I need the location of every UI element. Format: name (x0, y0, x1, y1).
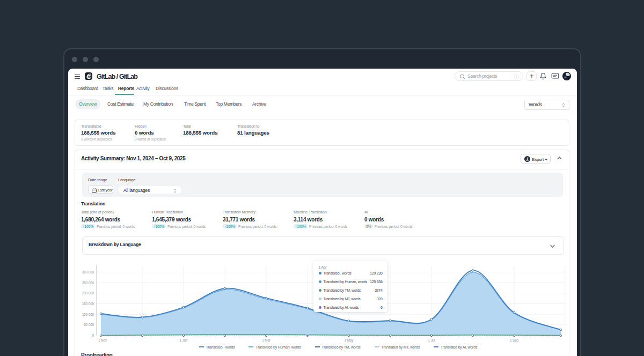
svg-text:1 Sep: 1 Sep (510, 338, 519, 343)
svg-text:250 000: 250 000 (82, 281, 94, 285)
svg-text:150 000: 150 000 (82, 302, 94, 306)
svg-text:100 000: 100 000 (82, 313, 94, 316)
svg-text:1 Jan: 1 Jan (180, 338, 188, 342)
svg-text:0: 0 (92, 333, 94, 337)
svg-text:1 May: 1 May (345, 338, 354, 343)
svg-text:1 Jul: 1 Jul (428, 338, 435, 342)
svg-text:1 Mar: 1 Mar (262, 338, 270, 342)
svg-text:200 000: 200 000 (82, 291, 94, 295)
svg-text:300 000: 300 000 (82, 270, 94, 274)
svg-text:1 Nov: 1 Nov (98, 338, 107, 342)
svg-text:50 000: 50 000 (84, 323, 94, 327)
